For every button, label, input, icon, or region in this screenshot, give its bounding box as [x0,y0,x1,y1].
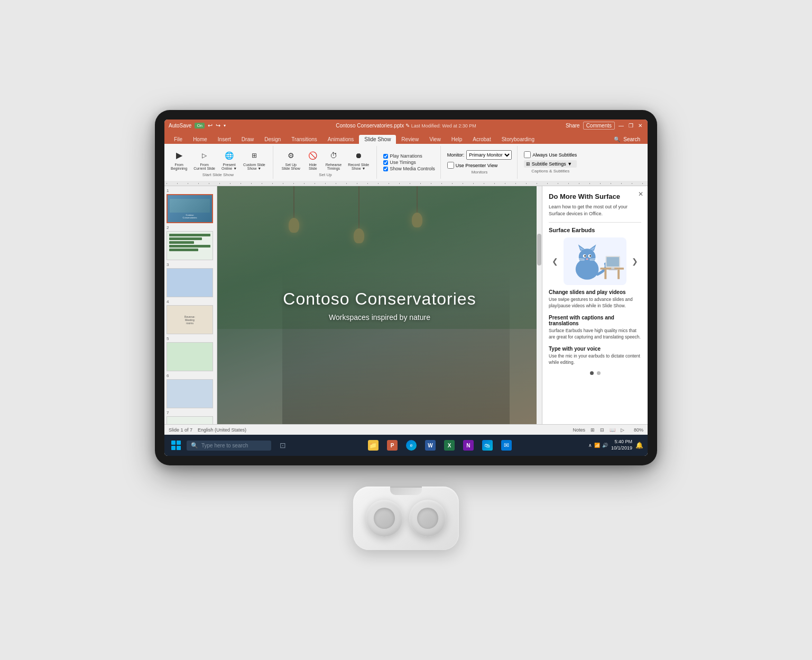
play-narrations-check[interactable] [383,154,388,159]
ribbon-tabs: File Home Insert Draw Design Transitions… [164,131,648,144]
tb-files-btn[interactable]: 📁 [365,437,382,454]
show-media-option[interactable]: Show Media Controls [383,166,435,171]
tb-word-btn[interactable]: W [422,437,439,454]
slide-thumb-img-4: Reverse-Meetingrooms [167,305,213,334]
slide-thumb-1[interactable]: 1 ContosoConservatories [167,188,215,223]
earbud-left [366,500,403,537]
svg-point-10 [586,259,588,260]
redo-btn[interactable]: ↪ [216,122,220,129]
tab-transitions[interactable]: Transitions [286,135,322,144]
tab-draw[interactable]: Draw [236,135,259,144]
presenter-view-check[interactable] [447,162,454,169]
minimize-btn[interactable]: — [618,122,624,129]
search-label[interactable]: Search [623,136,640,142]
panel-feature-3: Type with your voice Use the mic in your… [549,346,641,366]
slide-thumb-4[interactable]: 4 Reverse-Meetingrooms [167,299,215,334]
share-btn[interactable]: Share [566,123,580,129]
windows-start-btn[interactable] [169,438,183,453]
record-btn[interactable]: ⏺ Record SlideShow ▼ [346,148,371,171]
slide-thumb-img-6 [167,379,213,408]
slide-thumb-6[interactable]: 6 [167,373,215,408]
tab-file[interactable]: File [169,135,188,144]
start-btns: ▶ FromBeginning ▷ FromCurrent Slide 🌐 Pr… [169,148,267,171]
from-beginning-icon: ▶ [173,149,186,162]
status-bar: Slide 1 of 7 English (United States) Not… [164,424,648,435]
from-current-btn[interactable]: ▷ FromCurrent Slide [191,148,217,171]
tab-home[interactable]: Home [188,135,213,144]
excel-icon: X [444,440,455,451]
play-narrations-option[interactable]: Play Narrations [383,153,435,159]
scroll-thumb[interactable] [537,234,541,265]
tab-storyboarding[interactable]: Storyboarding [496,135,540,144]
tab-view[interactable]: View [424,135,446,144]
panel-next-arrow[interactable]: ❯ [629,256,641,267]
slide-thumb-img-7 [167,416,213,424]
tab-insert[interactable]: Insert [213,135,236,144]
tab-acrobat[interactable]: Acrobat [467,135,496,144]
network-icon: 📶 [594,443,600,448]
tb-store-btn[interactable]: 🛍 [479,437,496,454]
hide-slide-btn[interactable]: 🚫 HideSlide [304,148,321,171]
panel-prev-arrow[interactable]: ❮ [549,256,561,267]
panel-close-btn[interactable]: ✕ [638,190,643,198]
view-presenter[interactable]: ▷ [621,427,624,433]
taskbar-search[interactable]: 🔍 Type here to search [187,441,271,451]
show-media-check[interactable] [383,167,388,171]
panel-dot-1[interactable] [590,371,594,375]
tab-help[interactable]: Help [446,135,468,144]
always-subtitles-option[interactable]: Always Use Subtitles [524,151,577,158]
view-sorter[interactable]: ⊟ [600,427,604,433]
tab-review[interactable]: Review [396,135,424,144]
panel-feature-1: Change slides and play videos Use swipe … [549,289,641,309]
notification-btn[interactable]: 🔔 [635,442,643,449]
comments-btn[interactable]: Comments [583,122,615,130]
slide-thumb-5[interactable]: 5 [167,336,215,371]
monitor-select[interactable]: Primary Monitor [466,150,512,160]
autosave-label: AutoSave [169,123,191,129]
captions-options: Always Use Subtitles ⊞ Subtitle Settings… [524,151,577,168]
tray-arrow[interactable]: ∧ [588,443,592,448]
use-timings-check[interactable] [383,160,388,165]
autosave-toggle[interactable]: On [195,123,205,129]
tb-onenote-btn[interactable]: N [460,437,477,454]
tab-design[interactable]: Design [259,135,286,144]
slide-thumb-2[interactable]: 2 [167,225,215,260]
clock-display[interactable]: 5:40 PM 10/1/2019 [611,439,632,451]
subtitle-settings-btn[interactable]: ⊞ Subtitle Settings ▼ [524,160,577,168]
tb-mail-btn[interactable]: ✉ [498,437,515,454]
use-timings-option[interactable]: Use Timings [383,160,435,165]
undo-btn[interactable]: ↩ [208,122,213,129]
slide-main[interactable]: Contoso Conservatories Workspaces inspir… [217,186,542,424]
present-online-btn[interactable]: 🌐 PresentOnline ▼ [219,148,239,171]
files-icon: 📁 [368,440,379,451]
tab-animations[interactable]: Animations [322,135,359,144]
tb-excel-btn[interactable]: X [441,437,458,454]
from-beginning-btn[interactable]: ▶ FromBeginning [169,148,189,171]
task-view-btn[interactable]: ⊡ [274,437,291,454]
slide-thumb-7[interactable]: 7 [167,410,215,424]
restore-btn[interactable]: ❐ [628,122,634,129]
ruler [164,181,648,186]
custom-slide-icon: ⊞ [248,149,261,162]
tab-slideshow[interactable]: Slide Show [359,135,396,144]
panel-feature-2: Present with captions and translations S… [549,315,641,341]
close-btn[interactable]: ✕ [637,122,643,129]
tb-ppt-btn[interactable]: P [384,437,401,454]
tb-edge-btn[interactable]: e [403,437,420,454]
notes-btn[interactable]: Notes [573,427,585,433]
slide-thumb-3[interactable]: 3 [167,262,215,297]
panel-dot-2[interactable] [597,371,601,375]
custom-slide-btn[interactable]: ⊞ Custom SlideShow ▼ [241,148,267,171]
slide-content: Contoso Conservatories Workspaces inspir… [283,289,476,322]
taskbar: 🔍 Type here to search ⊡ 📁 P e [164,435,648,456]
view-normal[interactable]: ⊞ [590,427,595,433]
last-modified: Last Modified: Wed at 2:30 PM [411,123,476,129]
setup-slideshow-btn[interactable]: ⚙ Set UpSlide Show [280,148,302,171]
present-online-icon: 🌐 [223,149,236,162]
rehearse-btn[interactable]: ⏱ RehearseTimings [324,148,344,171]
search-icon-ribbon: 🔍 [614,136,620,142]
always-subtitles-check[interactable] [524,151,531,158]
volume-icon[interactable]: 🔊 [602,443,608,448]
presenter-view-option[interactable]: Use Presenter View [447,162,512,169]
view-reading[interactable]: 📖 [610,427,615,433]
